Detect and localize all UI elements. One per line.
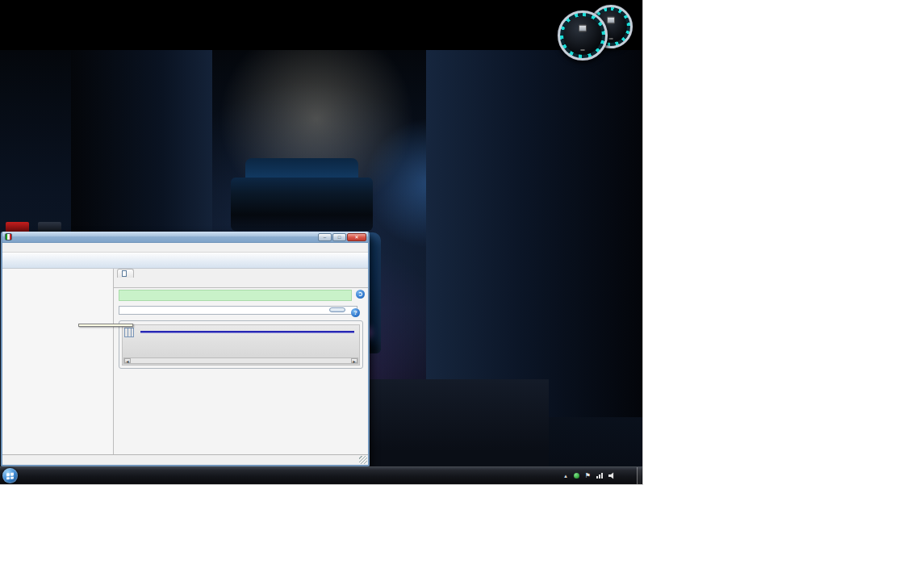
warnings-page-icon <box>122 270 127 277</box>
chart-date-labels <box>140 334 354 355</box>
maximize-button[interactable]: □ <box>332 233 346 241</box>
sentinel-tray-icon[interactable] <box>574 473 579 479</box>
network-icon[interactable] <box>596 473 603 479</box>
main-panel: ? ◄ ► <box>114 269 368 454</box>
windows-logo-icon <box>6 472 14 479</box>
condition-chart: ◄ ► <box>122 324 360 366</box>
scroll-right-arrow-icon[interactable]: ► <box>351 358 357 363</box>
hard-disk-sentinel-window: –□✕ <box>1 232 370 466</box>
action-center-flag-icon[interactable]: ⚑ <box>585 472 591 479</box>
desktop-screen: –□✕ <box>0 0 643 485</box>
toolbar <box>2 253 368 269</box>
window-controls: –□✕ <box>318 233 366 241</box>
health-message-wrap <box>119 290 352 301</box>
car-windshield <box>231 178 373 231</box>
desktop-icon-grid <box>2 2 71 244</box>
system-tray: ▲ ⚑ <box>558 467 643 485</box>
menu-bar <box>2 243 368 253</box>
hidden-icons-arrow-icon[interactable]: ▲ <box>563 474 568 479</box>
drive-icon <box>607 17 615 24</box>
logical-drives-tooltip <box>78 324 133 327</box>
drive-icon <box>579 25 587 32</box>
disk-health-gauge-large[interactable] <box>558 10 608 61</box>
show-desktop-button[interactable] <box>637 467 642 485</box>
app-icon <box>5 233 12 240</box>
resize-grip[interactable] <box>359 456 367 464</box>
window-titlebar[interactable]: –□✕ <box>2 232 368 243</box>
tab-warnings[interactable] <box>117 269 134 278</box>
wallpaper-building-right <box>426 50 643 417</box>
chart-line <box>140 331 354 333</box>
overview-content: ? ◄ ► <box>114 287 368 454</box>
desktop-icon-partial-2[interactable] <box>38 222 61 232</box>
volume-icon[interactable] <box>608 472 616 479</box>
scroll-left-arrow-icon[interactable]: ◄ <box>124 358 131 363</box>
status-bar <box>2 454 368 465</box>
car-roof <box>245 158 358 179</box>
retest-button[interactable] <box>329 307 345 312</box>
gauge-value-badge <box>580 49 585 51</box>
refresh-icon[interactable] <box>356 290 365 299</box>
comment-input[interactable] <box>119 306 357 315</box>
close-button[interactable]: ✕ <box>347 233 366 241</box>
health-message-box <box>119 290 352 301</box>
start-button[interactable] <box>2 468 18 483</box>
chart-horizontal-scrollbar[interactable]: ◄ ► <box>123 357 358 364</box>
help-circle-icon[interactable]: ? <box>351 308 360 317</box>
chart-grid-icon[interactable] <box>124 328 134 337</box>
chart-plot <box>140 326 354 357</box>
taskbar: ▲ ⚑ <box>0 466 643 484</box>
disk-list-panel <box>2 269 114 454</box>
condition-chart-groupbox: ◄ ► <box>119 320 363 369</box>
gauge-value-badge <box>608 38 613 40</box>
minimize-button[interactable]: – <box>318 233 332 241</box>
desktop-icon-partial-1[interactable] <box>6 222 29 232</box>
